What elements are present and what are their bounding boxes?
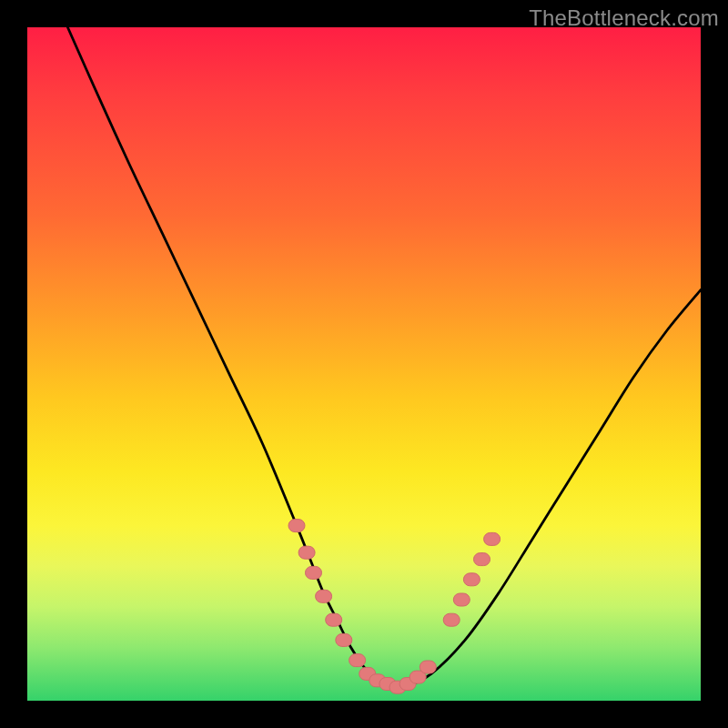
curve-marker <box>326 613 342 626</box>
gradient-plot-area <box>27 27 701 701</box>
curve-marker <box>463 573 480 586</box>
curve-marker <box>443 613 460 626</box>
watermark-text: TheBottleneck.com <box>529 5 719 31</box>
curve-marker <box>484 532 500 545</box>
chart-frame: TheBottleneck.com <box>0 0 728 728</box>
curve-marker <box>474 553 490 566</box>
marker-layer <box>27 27 701 701</box>
curve-marker <box>420 661 436 673</box>
curve-marker <box>349 654 366 667</box>
curve-marker <box>336 633 352 646</box>
curve-marker <box>298 546 315 559</box>
curve-marker <box>316 590 332 602</box>
curve-marker <box>453 593 470 606</box>
curve-marker <box>288 520 305 532</box>
curve-marker <box>306 566 322 579</box>
